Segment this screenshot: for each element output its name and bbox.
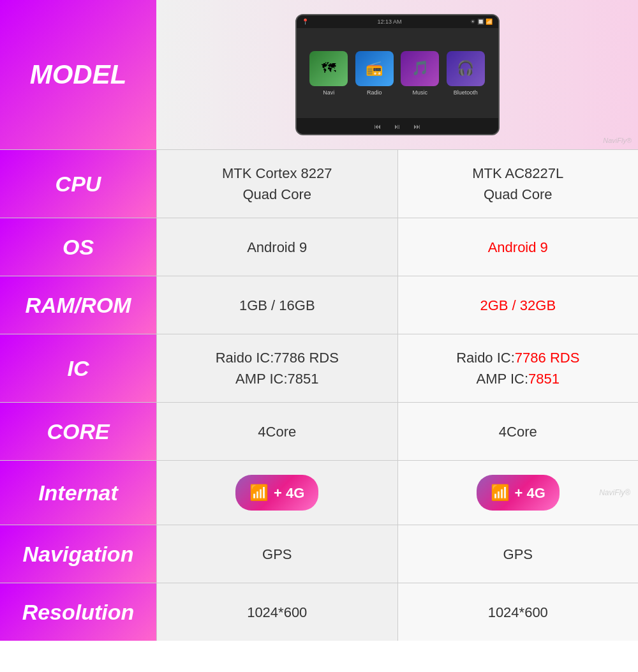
- cpu-col2-text: MTK AC8227LQuad Core: [472, 163, 563, 205]
- prev-btn: ⏮: [374, 123, 381, 130]
- ram-row: RAM/ROM 1GB / 16GB 2GB / 32GB: [0, 276, 638, 334]
- ic-row: IC Raido IC:7786 RDSAMP IC:7851 Raido IC…: [0, 334, 638, 403]
- header-image-area: 📍 12:13 AM ☀ 🔲 📶 🗺 Navi 📻: [156, 0, 638, 149]
- bluetooth-icon-box: 🎧: [447, 51, 485, 86]
- music-icon-box: 🎵: [401, 51, 439, 86]
- wifi-4g-badge-2: 📶 + 4G: [477, 475, 560, 511]
- internat-col1: 📶 + 4G: [156, 461, 398, 525]
- ram-col1-text: 1GB / 16GB: [239, 295, 315, 316]
- ic-label: IC: [68, 356, 89, 381]
- core-label: CORE: [47, 419, 109, 444]
- app-icon-radio: 📻 Radio: [355, 51, 394, 96]
- ram-label: RAM/ROM: [25, 293, 131, 318]
- ic-col2-text: Raido IC:7786 RDS AMP IC:7851: [456, 347, 579, 389]
- bluetooth-emoji: 🎧: [457, 60, 474, 77]
- os-col2-text: Android 9: [488, 237, 548, 258]
- app-icon-music: 🎵 Music: [401, 51, 439, 96]
- navigation-row: Navigation GPS GPS: [0, 525, 638, 583]
- model-label-cell: MODEL: [0, 0, 156, 149]
- navigation-col1-text: GPS: [262, 544, 292, 565]
- bluetooth-label: Bluetooth: [454, 89, 478, 96]
- core-col1: 4Core: [156, 403, 398, 460]
- screen-content: 🗺 Navi 📻 Radio 🎵 Music: [297, 28, 498, 118]
- radio-emoji: 📻: [366, 60, 383, 77]
- resolution-label: Resolution: [22, 600, 135, 625]
- music-emoji: 🎵: [412, 60, 429, 77]
- navi-icon-box: 🗺: [309, 51, 348, 86]
- internat-label: Internat: [38, 481, 118, 505]
- header-watermark: NaviFly®: [603, 137, 632, 144]
- navigation-col2-text: GPS: [503, 544, 533, 565]
- ram-label-cell: RAM/ROM: [0, 276, 156, 334]
- resolution-row: Resolution 1024*600 1024*600: [0, 583, 638, 641]
- wifi-icon-2: 📶: [491, 481, 510, 504]
- os-col2: Android 9: [398, 218, 639, 276]
- ic-col1-text: Raido IC:7786 RDSAMP IC:7851: [216, 347, 339, 389]
- core-col2-text: 4Core: [499, 421, 537, 442]
- app-icon-bluetooth: 🎧 Bluetooth: [447, 51, 485, 96]
- header-row: MODEL 📍 12:13 AM ☀ 🔲 📶 🗺 Navi: [0, 0, 638, 150]
- ic-col2-red2: 7851: [528, 371, 560, 387]
- internat-col2: 📶 + 4G NaviFly®: [398, 461, 639, 525]
- resolution-col2-text: 1024*600: [488, 602, 548, 623]
- resolution-col1: 1024*600: [156, 583, 398, 641]
- cpu-row: CPU MTK Cortex 8227Quad Core MTK AC8227L…: [0, 150, 638, 218]
- play-btn: ⏯: [394, 123, 401, 130]
- navi-emoji: 🗺: [322, 60, 336, 77]
- internat-label-cell: Internat: [0, 461, 156, 525]
- resolution-label-cell: Resolution: [0, 583, 156, 641]
- internat-watermark: NaviFly®: [599, 487, 630, 498]
- navigation-label: Navigation: [23, 542, 134, 567]
- cpu-label-cell: CPU: [0, 150, 156, 218]
- core-label-cell: CORE: [0, 403, 156, 460]
- wifi-4g-badge-1: 📶 + 4G: [235, 475, 318, 511]
- cpu-col1: MTK Cortex 8227Quad Core: [156, 150, 398, 218]
- core-col2: 4Core: [398, 403, 639, 460]
- car-screen: 📍 12:13 AM ☀ 🔲 📶 🗺 Navi 📻: [295, 14, 500, 135]
- ic-col1: Raido IC:7786 RDSAMP IC:7851: [156, 334, 398, 402]
- internat-row: Internat 📶 + 4G 📶 + 4G NaviFly®: [0, 461, 638, 525]
- app-icon-navi: 🗺 Navi: [309, 51, 348, 96]
- ic-col2: Raido IC:7786 RDS AMP IC:7851: [398, 334, 639, 402]
- status-icon: 📍: [302, 19, 309, 25]
- os-row: OS Android 9 Android 9: [0, 218, 638, 276]
- radio-icon-box: 📻: [355, 51, 394, 86]
- badge-label-2: + 4G: [515, 482, 545, 504]
- resolution-col2: 1024*600: [398, 583, 639, 641]
- radio-label: Radio: [367, 89, 382, 96]
- os-label: OS: [63, 235, 94, 260]
- screen-bottom-bar: ⏮ ⏯ ⏭: [297, 118, 498, 134]
- next-btn: ⏭: [413, 123, 420, 130]
- navigation-col2: GPS: [398, 525, 639, 583]
- navi-label: Navi: [323, 89, 334, 96]
- status-time: 12:13 AM: [377, 19, 401, 25]
- status-bar: 📍 12:13 AM ☀ 🔲 📶: [297, 15, 498, 28]
- os-col1: Android 9: [156, 218, 398, 276]
- navigation-col1: GPS: [156, 525, 398, 583]
- wifi-icon-1: 📶: [249, 481, 269, 504]
- resolution-col1-text: 1024*600: [247, 602, 307, 623]
- cpu-col1-text: MTK Cortex 8227Quad Core: [222, 163, 332, 205]
- navigation-label-cell: Navigation: [0, 525, 156, 583]
- ram-col2-text: 2GB / 32GB: [480, 295, 556, 316]
- ic-label-cell: IC: [0, 334, 156, 402]
- comparison-table: MODEL 📍 12:13 AM ☀ 🔲 📶 🗺 Navi: [0, 0, 638, 641]
- music-label: Music: [412, 89, 427, 96]
- badge-label-1: + 4G: [274, 482, 304, 504]
- os-col1-text: Android 9: [247, 237, 307, 258]
- ic-col2-red1: 7786 RDS: [515, 350, 580, 366]
- model-label: MODEL: [30, 60, 127, 89]
- cpu-label: CPU: [56, 172, 101, 197]
- status-controls: ☀ 🔲 📶: [470, 19, 493, 25]
- cpu-col2: MTK AC8227LQuad Core: [398, 150, 639, 218]
- ram-col1: 1GB / 16GB: [156, 276, 398, 334]
- ram-col2: 2GB / 32GB: [398, 276, 639, 334]
- os-label-cell: OS: [0, 218, 156, 276]
- core-col1-text: 4Core: [258, 421, 296, 442]
- core-row: CORE 4Core 4Core: [0, 403, 638, 461]
